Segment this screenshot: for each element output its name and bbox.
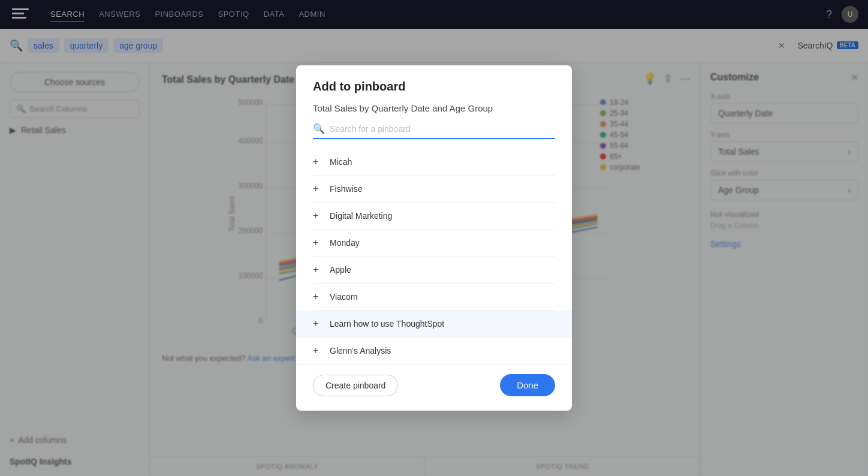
plus-icon-learn-thoughtspot: + xyxy=(313,318,323,329)
list-item-label-micah: Micah xyxy=(330,157,352,167)
add-to-pinboard-modal: Add to pinboard Total Sales by Quarterly… xyxy=(296,65,572,411)
list-item-digital-marketing[interactable]: + Digital Marketing xyxy=(313,203,555,230)
modal-pinboard-list: + Micah + Fishwise + Digital Marketing +… xyxy=(296,149,572,364)
modal-search: 🔍 xyxy=(313,123,555,139)
plus-icon-micah: + xyxy=(313,156,323,167)
list-item-fishwise[interactable]: + Fishwise xyxy=(313,176,555,203)
list-item-monday[interactable]: + Monday xyxy=(313,230,555,257)
list-item-label-monday: Monday xyxy=(330,238,360,248)
plus-icon-monday: + xyxy=(313,237,323,248)
plus-icon-fishwise: + xyxy=(313,183,323,194)
modal-search-icon: 🔍 xyxy=(313,123,325,134)
modal-search-input[interactable] xyxy=(330,124,555,134)
list-item-label-apple: Apple xyxy=(330,265,351,275)
list-item-label-glenns-analysis: Glenn's Analysis xyxy=(330,346,391,356)
list-item-micah[interactable]: + Micah xyxy=(313,149,555,176)
list-item-glenns-analysis[interactable]: + Glenn's Analysis xyxy=(313,338,555,364)
modal-header: Add to pinboard Total Sales by Quarterly… xyxy=(296,65,572,149)
plus-icon-glenns-analysis: + xyxy=(313,345,323,356)
modal-footer: Create pinboard Done xyxy=(296,364,572,411)
modal-title: Add to pinboard xyxy=(313,80,555,94)
done-button[interactable]: Done xyxy=(500,374,555,396)
modal-subtitle: Total Sales by Quarterly Date and Age Gr… xyxy=(313,103,555,113)
list-item-viacom[interactable]: + Viacom xyxy=(313,284,555,311)
modal-overlay: Add to pinboard Total Sales by Quarterly… xyxy=(0,0,868,476)
list-item-label-fishwise: Fishwise xyxy=(330,184,362,194)
list-item-apple[interactable]: + Apple xyxy=(313,257,555,284)
list-item-label-learn-thoughtspot: Learn how to use ThoughtSpot xyxy=(330,319,444,329)
list-item-label-viacom: Viacom xyxy=(330,292,357,302)
list-item-label-digital-marketing: Digital Marketing xyxy=(330,211,392,221)
list-item-learn-thoughtspot[interactable]: + Learn how to use ThoughtSpot xyxy=(296,311,572,338)
plus-icon-digital-marketing: + xyxy=(313,210,323,221)
plus-icon-apple: + xyxy=(313,264,323,275)
create-pinboard-button[interactable]: Create pinboard xyxy=(313,375,398,396)
plus-icon-viacom: + xyxy=(313,291,323,302)
